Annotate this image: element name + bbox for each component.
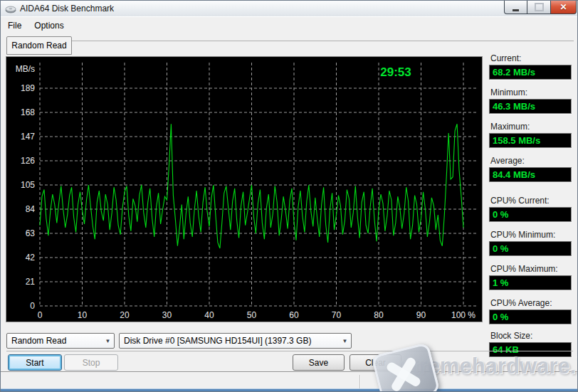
x-tick-label: 90	[416, 310, 426, 320]
stat-value: 0 %	[489, 241, 572, 256]
menu-file[interactable]: File	[2, 18, 27, 33]
stat-label: CPU% Current:	[490, 196, 550, 206]
y-tick-label: 168	[21, 107, 35, 117]
stat-value: 158.5 MB/s	[489, 133, 572, 148]
window-bottom-border	[1, 389, 577, 391]
x-tick-label: 0	[38, 310, 43, 320]
xtremehardware-logo-icon	[372, 342, 441, 392]
x-tick-label: 10	[78, 310, 88, 320]
x-tick-label: 30	[162, 310, 172, 320]
y-tick-label: 105	[21, 180, 35, 190]
x-tick-label: 20	[120, 310, 130, 320]
chevron-down-icon: ▼	[339, 338, 351, 344]
benchmark-chart: MB/s189168147126105846342210010203040506…	[6, 57, 482, 322]
y-tick-label: 147	[21, 132, 35, 142]
x-tick-label: 40	[204, 310, 214, 320]
test-type-select[interactable]: Random Read ▼	[6, 333, 115, 349]
x-tick-label: 60	[289, 310, 299, 320]
y-tick-label: 126	[21, 156, 35, 166]
stat-value: 46.3 MB/s	[489, 99, 572, 114]
chevron-down-icon: ▼	[102, 338, 114, 344]
tab-label: Random Read	[11, 41, 66, 51]
stat-label: Current:	[490, 53, 521, 63]
x-tick-label: 100 %	[451, 310, 475, 320]
controls-separator	[6, 351, 573, 351]
stat-label: Minimum:	[490, 88, 527, 97]
y-tick-label: 189	[21, 83, 35, 93]
tab-random-read[interactable]: Random Read	[6, 36, 72, 55]
statusbar-pane-separator	[359, 375, 360, 388]
test-type-value: Random Read	[7, 336, 102, 346]
stat-label: Block Size:	[490, 331, 532, 341]
hard-disk-icon	[5, 3, 16, 14]
menu-options[interactable]: Options	[28, 18, 69, 33]
x-tick-label: 50	[247, 310, 257, 320]
stat-label: Maximum:	[490, 122, 530, 132]
y-tick-label: 21	[26, 277, 36, 287]
start-button[interactable]: Start	[8, 354, 62, 371]
y-tick-label: 63	[26, 228, 36, 238]
elapsed-timer: 29:53	[380, 65, 411, 79]
stat-value: 68.2 MB/s	[489, 65, 572, 80]
x-tick-label: 70	[332, 310, 342, 320]
stat-label: Average:	[490, 156, 525, 166]
stats-panel: Current:68.2 MB/sMinimum:46.3 MB/sMaximu…	[489, 1, 573, 371]
stat-label: CPU% Maximum:	[490, 264, 558, 274]
disk-drive-select[interactable]: Disk Drive #0 [SAMSUNG HD154UI] (1397.3 …	[119, 333, 352, 349]
disk-drive-value: Disk Drive #0 [SAMSUNG HD154UI] (1397.3 …	[120, 336, 339, 346]
stop-button: Stop	[64, 354, 118, 371]
stat-value: 84.4 MB/s	[489, 167, 572, 182]
x-tick-label: 80	[374, 310, 384, 320]
y-tick-label: 84	[26, 204, 36, 214]
stat-value: 1 %	[489, 275, 572, 290]
chart-canvas: MB/s189168147126105846342210010203040506…	[6, 57, 482, 322]
save-button[interactable]: Save	[293, 354, 345, 371]
stat-value: 0 %	[489, 207, 572, 222]
y-tick-label: 42	[26, 253, 36, 263]
y-tick-label: 0	[30, 301, 35, 311]
stat-label: CPU% Average:	[490, 298, 552, 308]
app-window: AIDA64 Disk Benchmark ✕ File Options Ran…	[0, 0, 578, 392]
stat-value: 0 %	[489, 309, 572, 324]
stat-label: CPU% Minimum:	[490, 230, 555, 240]
y-axis-unit: MB/s	[16, 64, 35, 74]
window-title: AIDA64 Disk Benchmark	[20, 4, 114, 14]
